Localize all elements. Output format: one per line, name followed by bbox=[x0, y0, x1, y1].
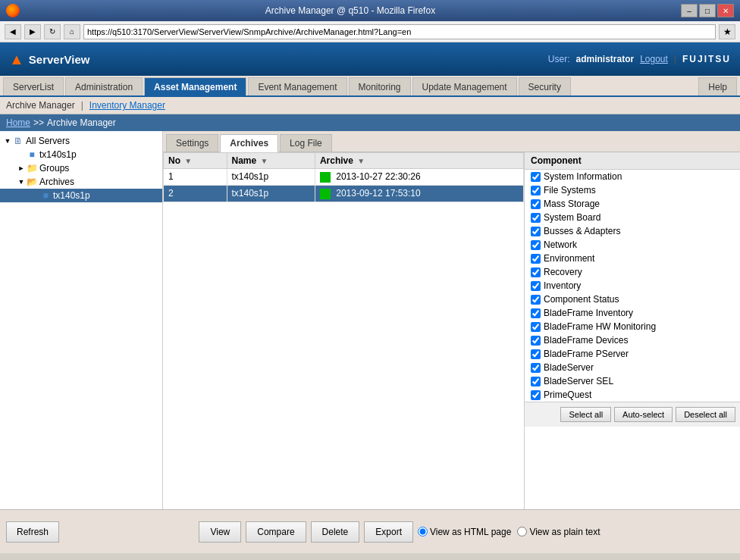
component-label-bladeframe-devices: BladeFrame Devices bbox=[544, 335, 628, 346]
component-checkbox-primequest[interactable] bbox=[531, 390, 541, 400]
addressbar: ◀ ▶ ↻ ⌂ ★ bbox=[0, 21, 740, 42]
sidebar-item-tx140s1p-top[interactable]: ■ tx140s1p bbox=[0, 148, 162, 161]
tab-administration[interactable]: Administration bbox=[65, 77, 143, 95]
view-plain-radio[interactable] bbox=[517, 527, 527, 537]
component-label-system-board: System Board bbox=[544, 212, 600, 223]
component-item-environment[interactable]: Environment bbox=[525, 252, 740, 265]
table-row[interactable]: 1 tx140s1p 2013-10-27 22:30:26 bbox=[164, 169, 524, 186]
serverview-logo: ▲ ServerView bbox=[9, 51, 89, 68]
component-checkbox-environment[interactable] bbox=[531, 254, 541, 264]
server-icon: 🗎 bbox=[12, 136, 24, 146]
component-checkbox-busses-adapters[interactable] bbox=[531, 227, 541, 236]
component-item-inventory[interactable]: Inventory bbox=[525, 279, 740, 293]
component-item-system-information[interactable]: System Information bbox=[525, 170, 740, 183]
component-checkbox-component-status[interactable] bbox=[531, 295, 541, 305]
panel-tab-log-file[interactable]: Log File bbox=[280, 134, 332, 152]
restore-button[interactable]: □ bbox=[699, 4, 716, 17]
filter-archive-icon[interactable]: ▼ bbox=[357, 157, 365, 165]
sidebar-item-archives[interactable]: ▼ 📂 Archives bbox=[0, 175, 162, 189]
archive-icon: 📂 bbox=[26, 177, 38, 187]
subnav-archive-manager: Archive Manager bbox=[6, 100, 75, 111]
breadcrumb-home[interactable]: Home bbox=[6, 117, 30, 128]
close-button[interactable]: ✕ bbox=[717, 4, 734, 17]
component-checkbox-system-information[interactable] bbox=[531, 172, 541, 182]
component-checkbox-system-board[interactable] bbox=[531, 213, 541, 223]
component-checkbox-bladeserver[interactable] bbox=[531, 363, 541, 373]
tab-monitoring[interactable]: Monitoring bbox=[349, 77, 411, 95]
username: administrator bbox=[575, 54, 634, 64]
tab-update-management[interactable]: Update Management bbox=[412, 77, 517, 95]
component-item-component-status[interactable]: Component Status bbox=[525, 293, 740, 306]
component-checkbox-bladeframe-pserver[interactable] bbox=[531, 349, 541, 359]
view-button[interactable]: View bbox=[199, 521, 241, 543]
tab-help[interactable]: Help bbox=[698, 77, 737, 95]
sidebar: ▼ 🗎 All Servers ■ tx140s1p ► 📁 Groups ▼ … bbox=[0, 131, 163, 509]
delete-button[interactable]: Delete bbox=[311, 521, 360, 543]
component-label-bladeframe-inventory: BladeFrame Inventory bbox=[544, 308, 633, 318]
component-checkbox-bladeframe-inventory[interactable] bbox=[531, 308, 541, 318]
filter-no-icon[interactable]: ▼ bbox=[184, 157, 192, 165]
component-checkbox-mass-storage[interactable] bbox=[531, 199, 541, 209]
table-row[interactable]: 2 tx140s1p 2013-09-12 17:53:10 bbox=[164, 185, 524, 202]
bottom-actions: View Compare Delete Export View as HTML … bbox=[65, 521, 734, 543]
home-button[interactable]: ⌂ bbox=[64, 24, 80, 39]
component-label-component-status: Component Status bbox=[544, 294, 619, 305]
view-html-radio[interactable] bbox=[418, 527, 428, 537]
export-button[interactable]: Export bbox=[364, 521, 413, 543]
component-item-bladeserver-sel[interactable]: BladeServer SEL bbox=[525, 374, 740, 388]
component-item-bladeframe-inventory[interactable]: BladeFrame Inventory bbox=[525, 306, 740, 320]
component-item-file-systems[interactable]: File Systems bbox=[525, 183, 740, 197]
view-html-option[interactable]: View as HTML page bbox=[418, 527, 511, 537]
component-item-system-board[interactable]: System Board bbox=[525, 211, 740, 224]
auto-select-button[interactable]: Auto-select bbox=[614, 407, 673, 422]
compare-button[interactable]: Compare bbox=[246, 521, 306, 543]
tab-event-management[interactable]: Event Management bbox=[248, 77, 346, 95]
select-all-button[interactable]: Select all bbox=[560, 407, 611, 422]
component-label-busses-adapters: Busses & Adapters bbox=[544, 226, 620, 236]
component-item-bladeframe-hw-monitoring[interactable]: BladeFrame HW Monitoring bbox=[525, 320, 740, 333]
panel-tab-settings[interactable]: Settings bbox=[166, 134, 218, 152]
minimize-button[interactable]: – bbox=[681, 4, 698, 17]
component-checkbox-file-systems[interactable] bbox=[531, 186, 541, 196]
component-checkbox-bladeframe-hw-monitoring[interactable] bbox=[531, 322, 541, 332]
component-label-recovery: Recovery bbox=[544, 267, 582, 277]
component-checkbox-network[interactable] bbox=[531, 240, 541, 250]
expand-icon: ▼ bbox=[17, 178, 26, 186]
component-checkbox-recovery[interactable] bbox=[531, 267, 541, 277]
tab-serverlist[interactable]: ServerList bbox=[3, 77, 64, 95]
sidebar-label-tx140s1p-top: tx140s1p bbox=[39, 149, 77, 160]
fujitsu-logo: FUJITSU bbox=[682, 54, 731, 64]
forward-button[interactable]: ▶ bbox=[24, 24, 41, 39]
component-item-network[interactable]: Network bbox=[525, 238, 740, 252]
component-item-bladeframe-devices[interactable]: BladeFrame Devices bbox=[525, 333, 740, 347]
deselect-all-button[interactable]: Deselect all bbox=[676, 407, 735, 422]
tab-security[interactable]: Security bbox=[519, 77, 571, 95]
sidebar-item-tx140s1p-archive[interactable]: ■ tx140s1p bbox=[0, 189, 162, 202]
component-item-bladeserver[interactable]: BladeServer bbox=[525, 361, 740, 374]
component-label-environment: Environment bbox=[544, 253, 594, 264]
sidebar-item-all-servers[interactable]: ▼ 🗎 All Servers bbox=[0, 134, 162, 148]
component-item-primequest[interactable]: PrimeQuest bbox=[525, 388, 740, 402]
component-item-busses-adapters[interactable]: Busses & Adapters bbox=[525, 224, 740, 238]
reload-button[interactable]: ↻ bbox=[44, 24, 61, 39]
component-item-bladeframe-pserver[interactable]: BladeFrame PServer bbox=[525, 347, 740, 361]
main-content: ▼ 🗎 All Servers ■ tx140s1p ► 📁 Groups ▼ … bbox=[0, 131, 740, 509]
bookmark-button[interactable]: ★ bbox=[719, 24, 735, 39]
sidebar-item-groups[interactable]: ► 📁 Groups bbox=[0, 161, 162, 175]
tab-asset-management[interactable]: Asset Management bbox=[144, 77, 246, 95]
logout-button[interactable]: Logout bbox=[640, 54, 668, 64]
view-plain-option[interactable]: View as plain text bbox=[517, 527, 600, 537]
sub-nav: Archive Manager | Inventory Manager bbox=[0, 97, 740, 114]
component-checkbox-bladeframe-devices[interactable] bbox=[531, 336, 541, 346]
component-checkbox-bladeserver-sel[interactable] bbox=[531, 377, 541, 386]
filter-name-icon[interactable]: ▼ bbox=[261, 157, 268, 165]
subnav-inventory-manager[interactable]: Inventory Manager bbox=[89, 100, 165, 111]
component-checkbox-inventory[interactable] bbox=[531, 281, 541, 291]
refresh-button[interactable]: Refresh bbox=[6, 521, 59, 543]
panel-tab-archives[interactable]: Archives bbox=[220, 134, 278, 152]
back-button[interactable]: ◀ bbox=[5, 24, 21, 39]
cell-archive: 2013-09-12 17:53:10 bbox=[315, 185, 523, 202]
address-input[interactable] bbox=[83, 24, 716, 39]
component-item-recovery[interactable]: Recovery bbox=[525, 265, 740, 279]
component-item-mass-storage[interactable]: Mass Storage bbox=[525, 197, 740, 211]
